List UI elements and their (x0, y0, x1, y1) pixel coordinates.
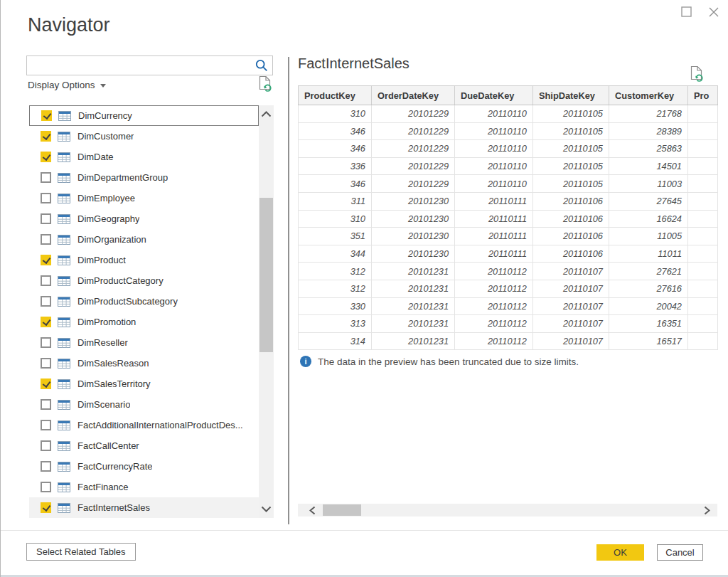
list-item[interactable]: DimProductCategory (29, 270, 259, 291)
checkbox[interactable] (41, 255, 51, 265)
table-cell: 20110107 (533, 280, 609, 297)
checkbox[interactable] (41, 234, 51, 245)
checkbox[interactable] (41, 420, 51, 430)
list-item[interactable]: FactInternetSales (29, 497, 259, 518)
maximize-button[interactable] (680, 6, 692, 18)
list-item[interactable]: DimPromotion (29, 312, 259, 332)
refresh-preview-button[interactable] (257, 75, 272, 95)
scroll-right-icon[interactable] (704, 506, 710, 515)
table-cell (688, 105, 718, 123)
checkbox[interactable] (41, 502, 51, 513)
list-scrollbar[interactable] (259, 105, 274, 518)
list-item[interactable]: DimEmployee (29, 188, 259, 208)
list-item[interactable]: FactCallCenter (29, 435, 259, 456)
hscrollbar-thumb[interactable] (323, 504, 361, 516)
table-cell: 20110111 (455, 228, 533, 245)
checkbox[interactable] (41, 379, 51, 389)
scrollbar-thumb[interactable] (259, 198, 273, 352)
checkbox[interactable] (41, 399, 51, 410)
checkbox[interactable] (41, 110, 52, 121)
list-item[interactable]: FactCurrencyRate (29, 456, 259, 477)
table-cell: 20101230 (372, 228, 455, 245)
checkbox[interactable] (41, 193, 51, 203)
table-cell: 20101229 (372, 122, 455, 140)
table-cell: 20110105 (533, 175, 609, 193)
checkbox[interactable] (41, 440, 51, 451)
table-icon (58, 255, 70, 265)
list-item-label: FactCallCenter (77, 440, 139, 451)
table-row: 34420101230201101112011010611011 (299, 245, 718, 263)
scroll-up-icon[interactable] (261, 111, 272, 117)
table-row: 33020101231201101122011010720042 (299, 297, 718, 315)
checkbox[interactable] (41, 213, 51, 224)
preview-hscrollbar[interactable] (298, 504, 717, 517)
checkbox[interactable] (41, 131, 51, 142)
cancel-button[interactable]: Cancel (657, 544, 703, 561)
list-item[interactable]: DimProduct (29, 250, 259, 270)
list-item[interactable]: DimCustomer (29, 126, 259, 147)
table-cell: 20101231 (372, 263, 455, 280)
close-button[interactable] (707, 6, 719, 18)
ok-button[interactable]: OK (596, 544, 644, 561)
navigator-dialog: { "window": { "title": "Navigator" }, "l… (0, 0, 728, 577)
table-icon (58, 400, 70, 410)
list-item-label: FactFinance (77, 482, 129, 492)
table-cell: 20110110 (455, 140, 533, 158)
refresh-document-icon (689, 65, 704, 83)
table-row: 34620101229201101102011010511003 (299, 175, 718, 193)
list-item[interactable]: DimCurrency (29, 105, 259, 126)
checkbox[interactable] (41, 275, 51, 286)
checkbox[interactable] (41, 152, 51, 162)
checkbox[interactable] (41, 172, 51, 183)
close-icon (708, 6, 719, 18)
display-options-dropdown[interactable]: Display Options (28, 80, 106, 90)
select-related-tables-button[interactable]: Select Related Tables (26, 543, 136, 561)
list-item[interactable]: DimReseller (29, 332, 259, 353)
table-cell: 21768 (609, 105, 688, 123)
table-cell: 11003 (609, 175, 688, 193)
checkbox[interactable] (41, 358, 51, 369)
preview-body: 3102010122920110110201101052176834620101… (299, 105, 718, 350)
preview-table: ProductKeyOrderDateKeyDueDateKeyShipDate… (298, 85, 718, 350)
list-item-label: DimDate (77, 152, 114, 162)
list-item[interactable]: DimOrganization (29, 229, 259, 250)
list-item[interactable]: FactAdditionalInternationalProductDes... (29, 415, 259, 435)
refresh-table-button[interactable] (689, 65, 704, 85)
table-cell: 20110112 (455, 332, 533, 350)
scroll-left-icon[interactable] (309, 506, 316, 515)
list-item[interactable]: DimSalesTerritory (29, 374, 259, 394)
list-item[interactable]: DimProductSubcategory (29, 291, 259, 312)
list-item[interactable]: FactFinance (29, 477, 259, 497)
column-header: ShipDateKey (533, 86, 609, 105)
list-item[interactable]: DimGeography (29, 208, 259, 229)
list-item[interactable]: DimDepartmentGroup (29, 167, 259, 188)
table-cell: 28389 (609, 122, 688, 140)
checkbox[interactable] (41, 337, 51, 348)
search-icon[interactable] (255, 58, 269, 73)
table-cell: 20101229 (372, 105, 455, 123)
table-cell (688, 140, 718, 158)
table-cell: 20110110 (455, 157, 533, 175)
checkbox[interactable] (41, 482, 51, 492)
preview-header-row: ProductKeyOrderDateKeyDueDateKeyShipDate… (299, 86, 718, 105)
table-icon (58, 152, 70, 162)
list-item[interactable]: DimScenario (29, 394, 259, 415)
table-cell: 20110112 (455, 315, 533, 333)
table-cell (688, 315, 718, 333)
scroll-down-icon[interactable] (261, 506, 272, 512)
list-item[interactable]: DimSalesReason (29, 353, 259, 374)
search-input[interactable] (27, 58, 255, 73)
checkbox[interactable] (41, 461, 51, 472)
table-cell: 20101231 (372, 280, 455, 297)
maximize-icon (681, 6, 692, 17)
table-icon (58, 379, 70, 389)
table-list: DimCurrency DimCustomer DimDate (26, 105, 259, 518)
checkbox[interactable] (41, 317, 51, 327)
list-item[interactable]: DimDate (29, 147, 259, 167)
list-item-label: DimSalesTerritory (77, 379, 151, 389)
table-cell: 20110110 (455, 105, 533, 123)
table-cell: 20110111 (455, 192, 533, 210)
checkbox[interactable] (41, 296, 51, 307)
table-cell: 16624 (609, 210, 688, 228)
table-cell: 312 (299, 280, 372, 297)
